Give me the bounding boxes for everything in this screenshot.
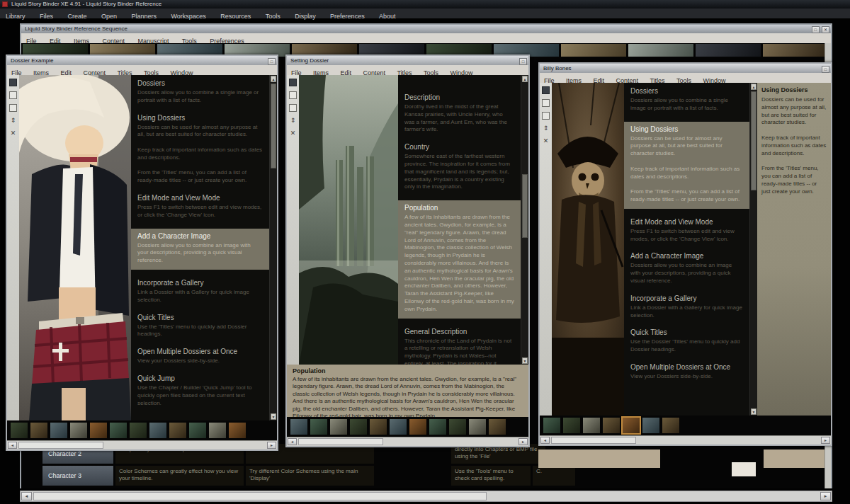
gallery-thumbnail[interactable] [429, 419, 446, 435]
main-titlebar[interactable]: Liquid Story Binder XE 4.91 - Liquid Sto… [0, 0, 850, 8]
page-tool-icon[interactable] [542, 112, 550, 120]
menu-library[interactable]: Library [0, 11, 31, 22]
gallery-thumbnail[interactable] [310, 419, 327, 435]
character-portrait-image[interactable] [552, 83, 624, 416]
dossier-section[interactable]: Quick Titles Use the 'Titles' menu to qu… [137, 314, 263, 339]
reorder-tool-icon[interactable]: ⇕ [542, 125, 550, 132]
gallery-thumbnail[interactable] [583, 418, 600, 433]
gallery-thumbnail[interactable] [543, 418, 560, 433]
gallery-thumbnail[interactable] [449, 419, 466, 435]
gallery-thumbnail-selected[interactable] [623, 418, 640, 433]
menu-planners[interactable]: Planners [125, 11, 162, 22]
gallery-thumbnail[interactable] [130, 423, 147, 438]
dossier-section[interactable]: Country Somewhere east of the farthest w… [404, 143, 514, 191]
gallery-thumbnail[interactable] [330, 419, 347, 435]
gallery-thumbnail[interactable] [169, 423, 186, 438]
dossier-section[interactable]: General Description This chronicle of th… [404, 328, 514, 365]
card-tool-icon[interactable] [9, 91, 17, 99]
sequence-titlebar[interactable]: Liquid Story Binder Reference Sequence □… [21, 25, 831, 33]
storyboard-image[interactable] [628, 44, 693, 57]
dossier-section[interactable]: Quick Titles Use the Dossier 'Titles' me… [630, 328, 743, 354]
timeline-card-blank[interactable] [764, 449, 831, 468]
restore-button[interactable]: □ [812, 26, 820, 33]
dossier-section-selected[interactable]: Population A few of its inhabitants are … [398, 200, 521, 318]
storyboard-image[interactable] [696, 44, 761, 57]
gallery-thumbnail[interactable] [229, 423, 246, 438]
page-tool-icon[interactable] [289, 104, 297, 112]
dossier-section[interactable]: Open Multiple Dossiers at Once View your… [137, 348, 263, 365]
picture-tool-icon[interactable] [542, 86, 550, 94]
dossier-section[interactable]: Edit Mode and View Mode Press F1 to swit… [137, 194, 263, 219]
menu-preferences[interactable]: Preferences [324, 11, 370, 22]
scrollbar-thumb[interactable] [271, 84, 276, 168]
dossier-section[interactable]: Using Dossiers Dossiers can be used for … [137, 114, 263, 185]
scroll-down-icon[interactable]: ▼ [522, 357, 528, 364]
menu-display[interactable]: Display [289, 11, 322, 22]
setting-dossier-titlebar[interactable]: Setting Dossier □ [287, 56, 528, 65]
timeline-cell[interactable]: Try different Color Schemes using the ma… [246, 466, 374, 486]
scroll-left-icon[interactable]: ◄ [540, 437, 550, 444]
menu-tools[interactable]: Tools [260, 11, 286, 22]
vertical-scrollbar[interactable]: ▲ ▼ [749, 83, 757, 416]
maximize-button[interactable]: □ [822, 66, 829, 73]
gallery-thumbnail[interactable] [209, 423, 226, 438]
dossier-section[interactable]: Incorporate a Gallery Link a Dossier wit… [137, 279, 263, 304]
gallery-thumbnail[interactable] [603, 418, 620, 433]
gallery-thumbnail[interactable] [90, 423, 107, 438]
menu-files[interactable]: Files [34, 11, 59, 22]
scrollbar-thumb[interactable] [751, 91, 756, 190]
scroll-down-icon[interactable]: ▼ [271, 413, 276, 420]
scrollbar-thumb[interactable] [33, 492, 487, 500]
gallery-thumbnail[interactable] [489, 419, 506, 435]
gallery-thumbnail[interactable] [70, 423, 87, 438]
scroll-left-icon[interactable]: ◄ [288, 438, 297, 445]
storyboard-image[interactable] [561, 44, 626, 57]
gallery-thumbnail[interactable] [642, 418, 659, 433]
horizontal-scrollbar[interactable]: ◄ ► [7, 440, 277, 449]
timeline-card-blank[interactable] [538, 449, 660, 468]
timeline-cell[interactable]: C. [533, 466, 575, 486]
gallery-thumbnail[interactable] [409, 419, 426, 435]
vertical-scrollbar[interactable]: ▲ ▼ [521, 75, 528, 365]
vertical-scrollbar[interactable]: ▲ ▼ [269, 75, 277, 420]
gallery-thumbnail[interactable] [110, 423, 127, 438]
scrollbar-thumb[interactable] [551, 437, 636, 444]
delete-tool-icon[interactable]: ✕ [289, 130, 297, 137]
dossier-section[interactable]: Add a Character Image Dossiers allow you… [630, 252, 743, 285]
dossier-section[interactable]: Edit Mode and View Mode Press F1 to swit… [630, 218, 743, 244]
scroll-up-icon[interactable]: ▲ [271, 76, 276, 82]
scrollbar-thumb[interactable] [18, 442, 103, 449]
reorder-tool-icon[interactable]: ⇕ [9, 117, 17, 125]
dossier-example-titlebar[interactable]: Dossier Example □ [7, 56, 277, 65]
scrollbar-thumb[interactable] [522, 174, 528, 238]
scroll-up-icon[interactable]: ▲ [522, 76, 528, 82]
delete-tool-icon[interactable]: ✕ [542, 137, 550, 145]
horizontal-scrollbar[interactable]: ◄ ► [540, 435, 831, 445]
menu-create[interactable]: Create [62, 11, 92, 22]
dossier-section[interactable]: Description Dorothy lived in the midst o… [404, 93, 514, 134]
horizontal-scrollbar[interactable]: ◄ ► [287, 437, 528, 446]
gallery-thumbnail[interactable] [563, 418, 580, 433]
gallery-thumbnail[interactable] [50, 423, 67, 438]
character-portrait-image[interactable] [19, 75, 131, 420]
timeline-cell[interactable]: Use the 'Tools' menu to check card spell… [451, 466, 531, 486]
gallery-thumbnail[interactable] [390, 419, 407, 435]
storyboard-image[interactable] [763, 44, 828, 57]
page-tool-icon[interactable] [9, 104, 17, 112]
gallery-thumbnail[interactable] [149, 423, 166, 438]
gallery-thumbnail[interactable] [11, 423, 28, 438]
scroll-right-icon[interactable]: ► [518, 438, 528, 445]
gallery-thumbnail[interactable] [290, 419, 307, 435]
dossier-section[interactable]: Incorporate a Gallery Link a Dossier wit… [630, 294, 743, 320]
card-tool-icon[interactable] [542, 99, 550, 107]
scroll-left-icon[interactable]: ◄ [21, 492, 32, 500]
dossier-section[interactable]: Dossiers Dossiers allow you to combine a… [630, 87, 743, 113]
maximize-button[interactable]: □ [519, 58, 527, 65]
gallery-thumbnail[interactable] [469, 419, 486, 435]
gallery-thumbnail[interactable] [30, 423, 47, 438]
timeline-card-blank[interactable] [732, 462, 756, 476]
close-button[interactable]: ✕ [822, 26, 829, 33]
dossier-section-selected[interactable]: Add a Character Image Dossiers allow you… [131, 229, 269, 270]
gallery-thumbnail[interactable] [662, 418, 679, 433]
gallery-thumbnail[interactable] [350, 419, 367, 435]
